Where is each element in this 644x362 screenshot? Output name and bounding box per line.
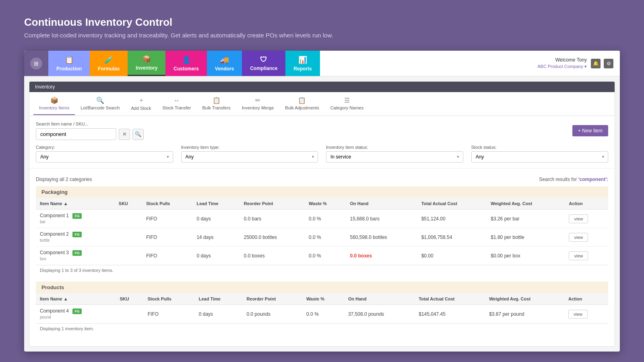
customers-icon: 👤 [182, 56, 191, 64]
col-lead-time: Lead Time [192, 198, 239, 210]
welcome-info: Welcome Tony ABC Product Company ▾ [537, 57, 587, 70]
bulk-adjustments-label: Bulk Adjustments [285, 105, 319, 110]
display-info-left: Displaying all 2 categories [36, 173, 92, 185]
page-header: Continuous Inventory Control Complete lo… [24, 16, 620, 39]
nav-tab-customers[interactable]: 👤 Customers [165, 51, 207, 76]
item-name: Component 4 [40, 308, 69, 314]
nav-tab-formulas[interactable]: 🧪 Formulas [90, 51, 128, 76]
stock-status-select[interactable]: Any [471, 151, 609, 162]
item-sub: bar [40, 220, 45, 224]
category-header-packaging: Packaging [36, 186, 608, 198]
filter-item-status: Inventory item status: In service Out of… [326, 145, 463, 162]
reorder-point-cell: 0.0 pounds [243, 305, 303, 323]
avg-cost-cell: $1.80 per bottle [487, 228, 565, 247]
category-select[interactable]: Any [36, 151, 173, 162]
production-icon: 📋 [65, 56, 74, 64]
col-action: Action [564, 293, 608, 305]
stock-pulls-cell: FIFO [142, 228, 192, 247]
lot-barcode-label: Lot/Barcode Search [80, 105, 120, 110]
col-waste: Waste % [305, 198, 346, 210]
item-type-label: Inventory item type: [181, 145, 318, 150]
filter-stock-status: Stock status: Any [471, 145, 609, 162]
search-left: Search Item name / SKU... ✕ 🔍 [36, 121, 144, 140]
sku-cell [115, 247, 142, 265]
item-sub: box [40, 257, 46, 261]
inventory-label: Inventory [136, 65, 157, 71]
formulas-label: Formulas [98, 66, 120, 72]
search-button[interactable]: 🔍 [132, 129, 144, 140]
action-cell: view [565, 210, 608, 228]
sub-tab-lot-barcode[interactable]: 🔍 Lot/Barcode Search [75, 93, 125, 115]
view-button[interactable]: view [569, 251, 588, 260]
table-row: Component 3 FG box FIFO 0 days 0.0 boxes… [36, 247, 608, 265]
page-subtitle: Complete lot-coded inventory tracking an… [24, 32, 620, 39]
item-name-cell: Component 3 FG box [36, 247, 115, 265]
view-button[interactable]: view [568, 310, 588, 319]
item-name-cell: Component 1 FG bar [36, 210, 115, 228]
clear-search-button[interactable]: ✕ [119, 129, 130, 140]
fg-badge: FG [72, 232, 82, 237]
sub-tab-inventory-items[interactable]: 📦 Inventory Items [33, 93, 75, 115]
products-footer: Displaying 1 inventory item. [36, 323, 608, 333]
sub-tab-bulk-adjustments[interactable]: 📋 Bulk Adjustments [279, 93, 324, 115]
action-cell: view [565, 247, 608, 265]
products-table: Item Name ▲ SKU Stock Pulls Lead Time Re… [36, 293, 608, 323]
settings-icon[interactable]: ⚙ [604, 59, 613, 68]
production-label: Production [56, 66, 82, 72]
filter-category: Category: Any [36, 145, 173, 162]
col-total-cost: Total Actual Cost [417, 198, 487, 210]
logo-icon: ⊞ [30, 58, 42, 70]
stock-pulls-cell: FIFO [144, 305, 195, 323]
action-cell: view [565, 228, 608, 247]
item-type-select[interactable]: Any [181, 151, 318, 162]
formulas-icon: 🧪 [104, 56, 113, 64]
filter-item-type: Inventory item type: Any [181, 145, 318, 162]
search-label: Search Item name / SKU... [36, 121, 144, 126]
view-button[interactable]: view [569, 233, 588, 242]
col-sku: SKU [115, 198, 142, 210]
search-input[interactable] [36, 128, 116, 140]
table-area: Displaying all 2 categories Search resul… [29, 169, 615, 346]
search-input-wrap: ✕ 🔍 [36, 128, 144, 140]
sub-tab-category-names[interactable]: ☰ Category Names [325, 93, 369, 115]
filter-row: Category: Any Inventory item type: Any [36, 145, 608, 162]
total-cost-cell: $1,006,758.54 [417, 228, 487, 247]
compliance-label: Compliance [250, 66, 277, 71]
stock-pulls-cell: FIFO [142, 247, 192, 265]
sub-toolbar: 📦 Inventory Items 🔍 Lot/Barcode Search ＋… [29, 92, 615, 116]
category-section-packaging: Packaging Item Name ▲ SKU Stock Pulls Le… [36, 186, 608, 275]
view-button[interactable]: view [569, 214, 588, 223]
sub-tab-add-stock[interactable]: ＋ Add Stock [125, 92, 157, 115]
new-item-button[interactable]: + New Item [572, 125, 608, 136]
col-avg-cost: Weighted Avg. Cost [485, 293, 564, 305]
on-hand-cell-low: 0.0 boxes [346, 247, 417, 265]
sku-cell [115, 228, 142, 247]
item-name: Component 3 [40, 250, 69, 255]
table-row: Component 2 FG bottle FIFO 14 days 25000… [36, 228, 608, 247]
avg-cost-cell: $3.26 per bar [487, 210, 565, 228]
col-total-cost: Total Actual Cost [415, 293, 485, 305]
lead-time-cell: 0 days [192, 247, 239, 265]
sub-tab-bulk-transfers[interactable]: 📋 Bulk Transfers [197, 93, 236, 115]
nav-tab-compliance[interactable]: 🛡 Compliance [242, 51, 285, 76]
inventory-items-label: Inventory Items [39, 105, 69, 110]
item-sub: bottle [40, 238, 50, 243]
stock-transfer-label: Stock Transfer [163, 105, 191, 110]
nav-tab-production[interactable]: 📋 Production [48, 51, 90, 76]
item-status-select[interactable]: In service Out of service [326, 151, 463, 162]
col-reorder-point: Reorder Point [240, 198, 305, 210]
vendors-label: Vendors [215, 66, 234, 72]
notification-icon[interactable]: 🔔 [591, 59, 601, 68]
nav-tab-inventory[interactable]: 📦 Inventory [128, 51, 165, 76]
category-names-icon: ☰ [344, 97, 350, 104]
nav-tab-reports[interactable]: 📊 Reports [285, 51, 320, 76]
on-hand-cell: 560,598.0 bottles [346, 228, 417, 247]
nav-tab-vendors[interactable]: 🚚 Vendors [207, 51, 242, 76]
item-name-cell: Component 4 FG pound [36, 305, 116, 323]
nav-logo: ⊞ [24, 51, 48, 76]
sub-tab-stock-transfer[interactable]: ↔ Stock Transfer [157, 93, 197, 115]
sub-tab-inventory-merge[interactable]: ✏ Inventory Merge [236, 93, 279, 115]
reorder-point-cell: 0.0 bars [240, 210, 305, 228]
packaging-table: Item Name ▲ SKU Stock Pulls Lead Time Re… [36, 198, 608, 265]
add-stock-label: Add Stock [131, 106, 151, 111]
